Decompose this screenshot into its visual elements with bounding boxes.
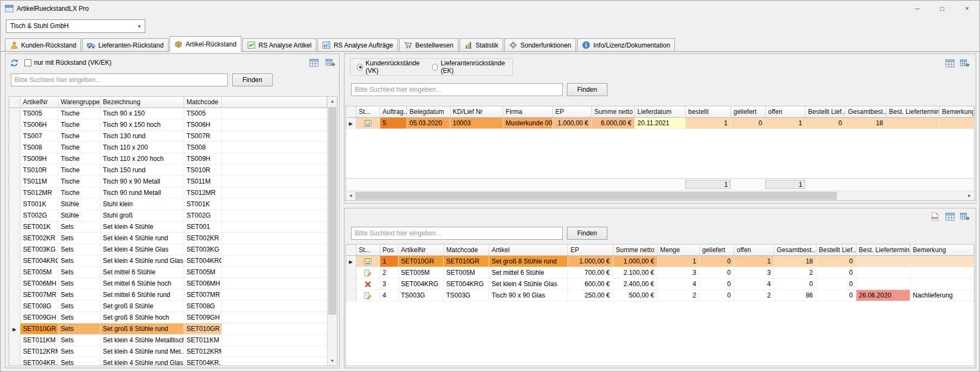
table-row[interactable]: TS006HTischeTisch 90 x 150 hochTS006H bbox=[9, 119, 327, 131]
cell[interactable] bbox=[356, 256, 380, 267]
column-header[interactable]: St... bbox=[356, 245, 380, 256]
filter-backlog-checkbox[interactable]: nur mit Rückstand (VK/EK) bbox=[24, 59, 111, 66]
cell[interactable]: Set mittel 6 Stühle bbox=[100, 267, 184, 278]
cell[interactable]: SET010GR bbox=[398, 256, 443, 267]
cell[interactable]: 1 bbox=[765, 118, 805, 129]
close-button[interactable]: × bbox=[955, 1, 979, 17]
column-header[interactable]: geliefert bbox=[699, 245, 734, 256]
cell[interactable]: 600,00 € bbox=[567, 279, 613, 290]
tab-artikel-rueckstand[interactable]: Artikel-Rückstand bbox=[170, 36, 241, 52]
cell[interactable]: Sets bbox=[58, 312, 100, 323]
cell[interactable]: Musterkunde 003 bbox=[503, 118, 552, 129]
cell[interactable]: Stühle bbox=[58, 199, 100, 210]
cell[interactable]: SET003KG bbox=[20, 244, 58, 255]
cell[interactable]: TS007R bbox=[184, 131, 221, 142]
cell[interactable]: Tisch 150 rund bbox=[100, 165, 184, 176]
table-row[interactable]: SET002KRSetsSet klein 4 Stühle rundSET00… bbox=[9, 233, 327, 244]
column-header[interactable]: Gesamtbest... bbox=[845, 106, 886, 118]
cell[interactable]: Sets bbox=[58, 301, 100, 312]
cell[interactable] bbox=[221, 199, 327, 210]
cell[interactable] bbox=[856, 256, 910, 267]
cell[interactable]: 3 bbox=[657, 267, 699, 279]
cell[interactable]: 250,00 € bbox=[567, 290, 613, 301]
cell[interactable]: Tische bbox=[58, 119, 100, 131]
cell[interactable]: Set klein 4 Stühle rund bbox=[100, 233, 184, 244]
article-export-button[interactable] bbox=[324, 57, 337, 69]
table-row[interactable]: TS010RTischeTisch 150 rundTS010R bbox=[9, 165, 327, 176]
column-header[interactable]: Gesamtbest... bbox=[774, 245, 816, 256]
cell[interactable]: ST001K bbox=[184, 199, 221, 210]
tab-rs-analyse-artikel[interactable]: RS Analyse Artikel bbox=[242, 38, 316, 51]
cell[interactable]: Set klein 4 Stühle bbox=[100, 221, 184, 233]
cell[interactable] bbox=[221, 142, 327, 153]
cell[interactable]: 0 bbox=[816, 290, 856, 301]
column-header[interactable]: Summe netto bbox=[591, 106, 634, 118]
cell[interactable] bbox=[356, 118, 380, 129]
cell[interactable]: Set klein 4 Stühle rund Met... bbox=[100, 346, 184, 357]
column-header[interactable]: Firma bbox=[503, 106, 552, 118]
cell[interactable]: TS006H bbox=[20, 119, 58, 131]
cell[interactable]: TS003G bbox=[398, 290, 443, 301]
cell[interactable]: SET004KRG bbox=[443, 279, 489, 290]
cell[interactable] bbox=[910, 279, 974, 290]
cell[interactable]: SET001K bbox=[20, 221, 58, 233]
column-header[interactable]: ArtikelNr bbox=[20, 97, 58, 108]
cell[interactable] bbox=[221, 176, 327, 187]
table-row[interactable]: 4TS003GTS003GTisch 90 x 90 Glas250,00 €5… bbox=[346, 290, 974, 301]
cell[interactable] bbox=[221, 119, 327, 131]
cell[interactable]: 0 bbox=[805, 118, 845, 129]
cell[interactable]: Tische bbox=[58, 153, 100, 165]
cell[interactable]: 2 bbox=[380, 267, 398, 279]
cell[interactable]: SET007MR bbox=[184, 289, 221, 301]
cell[interactable]: TS009H bbox=[20, 153, 58, 165]
cell[interactable]: TS011M bbox=[184, 176, 221, 187]
cell[interactable] bbox=[221, 289, 327, 301]
cell[interactable]: TS003G bbox=[443, 290, 489, 301]
cell[interactable] bbox=[910, 267, 974, 279]
cell[interactable]: Sets bbox=[58, 244, 100, 255]
table-row[interactable]: 2SET005MSET005MSet mittel 6 Stühle700,00… bbox=[346, 267, 974, 279]
cell[interactable] bbox=[910, 256, 974, 267]
table-row[interactable]: TS007TischeTisch 130 rundTS007R bbox=[9, 131, 327, 142]
cell[interactable]: Tisch 90 x 150 bbox=[100, 108, 184, 119]
cell[interactable]: Tische bbox=[58, 187, 100, 199]
cell[interactable] bbox=[221, 267, 327, 278]
cell[interactable]: TS010R bbox=[184, 165, 221, 176]
column-header[interactable]: offen bbox=[765, 106, 805, 118]
cell[interactable]: SET005M bbox=[20, 267, 58, 278]
table-row[interactable]: SET005MSetsSet mittel 6 StühleSET005M bbox=[9, 267, 327, 278]
cell[interactable]: TS009H bbox=[184, 153, 221, 165]
cell[interactable]: Set groß 8 Stühle hoch bbox=[100, 312, 184, 323]
table-row[interactable]: TS008TischeTisch 110 x 200TS008 bbox=[9, 142, 327, 153]
cell[interactable]: 700,00 € bbox=[567, 267, 613, 279]
cell[interactable]: 26.06.2020 bbox=[856, 290, 910, 301]
cell[interactable]: 0 bbox=[699, 267, 734, 279]
cell[interactable]: 6.000,00 € bbox=[591, 118, 634, 129]
table-row[interactable]: SET012KRMSetsSet klein 4 Stühle rund Met… bbox=[9, 346, 327, 357]
cell[interactable]: 20.11.2021 bbox=[634, 118, 685, 129]
cell[interactable]: Sets bbox=[58, 289, 100, 301]
cell[interactable]: Set klein 4 Stühle Glas bbox=[489, 279, 567, 290]
column-header[interactable]: Lieferdatum bbox=[634, 106, 685, 118]
table-row[interactable]: ST002GStühleStuhl großST002G bbox=[9, 210, 327, 221]
positions-export-button[interactable] bbox=[958, 211, 971, 222]
cell[interactable]: 0 bbox=[816, 267, 856, 279]
cell[interactable]: SET003KG bbox=[184, 244, 221, 255]
column-header[interactable]: Best. Liefertermin bbox=[856, 245, 910, 256]
cell[interactable]: SET012KRM bbox=[184, 346, 221, 357]
column-header[interactable]: EP bbox=[552, 106, 591, 118]
cell[interactable]: Tische bbox=[58, 142, 100, 153]
column-header[interactable]: offen bbox=[734, 245, 774, 256]
cell[interactable]: 1.000,00 € bbox=[567, 256, 613, 267]
tab-lieferanten-rueckstand[interactable]: Lieferanten-Rückstand bbox=[82, 38, 168, 51]
article-grid-view-button[interactable] bbox=[307, 57, 320, 69]
cell[interactable]: TS005 bbox=[20, 108, 58, 119]
cell[interactable] bbox=[356, 267, 380, 279]
orders-export-button[interactable] bbox=[958, 57, 971, 69]
cell[interactable]: SET012KRM bbox=[20, 346, 58, 357]
cell[interactable] bbox=[356, 279, 380, 290]
cell[interactable]: SET008G bbox=[20, 301, 58, 312]
article-vertical-scrollbar[interactable]: ▲ ▼ bbox=[327, 97, 337, 366]
cell[interactable]: SET006MH bbox=[184, 278, 221, 289]
cell[interactable]: Tisch 90 rund Metall bbox=[100, 187, 184, 199]
